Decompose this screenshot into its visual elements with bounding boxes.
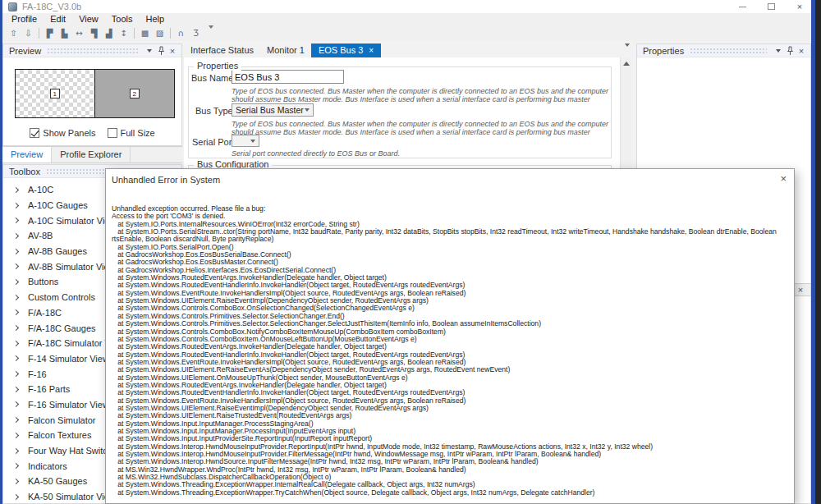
serial-port-dropdown[interactable] (232, 135, 259, 147)
close-icon: × (799, 46, 804, 56)
preview-options: Show Panels Full Size (3, 128, 181, 138)
panel-menu-button[interactable] (144, 45, 155, 56)
tab-list-icon[interactable] (624, 47, 630, 57)
title-bar: FA-18C_V3.0b (2, 0, 811, 13)
preview-panel: Preview × 1 2 Show Panels Full Size (2, 44, 182, 146)
menu-tools[interactable]: Tools (105, 13, 140, 25)
toolbox-item-label: F/A-18C (28, 308, 62, 318)
chevron-down-icon (305, 108, 310, 114)
expander-chevron-icon (13, 341, 19, 346)
send-to-back-icon[interactable]: ▩ (138, 27, 152, 40)
bring-to-front-icon[interactable]: ▨ (153, 27, 167, 40)
bus-type-description: Type of EOS bus connected. Bus Master wh… (232, 120, 611, 144)
preview-panel-header: Preview × (3, 44, 181, 57)
minimize-icon (739, 7, 746, 7)
full-size-checkbox[interactable]: Full Size (108, 128, 155, 138)
expander-chevron-icon (13, 233, 19, 239)
bus-type-dropdown[interactable]: Serial Bus Master (232, 103, 314, 117)
close-window-button[interactable]: × (792, 1, 807, 12)
toolbox-item-label: Buttons (28, 277, 58, 286)
properties-panel-header: Properties × (637, 44, 810, 57)
menu-bar: ProfileEditViewToolsHelp (2, 13, 811, 25)
menu-help[interactable]: Help (140, 13, 172, 25)
toolbox-item-label: F/A-18C Gauges (28, 323, 96, 333)
expander-chevron-icon (13, 263, 19, 269)
toolbar-separator (170, 28, 171, 39)
panel-close-button[interactable]: × (795, 285, 806, 296)
show-panels-checkbox[interactable]: Show Panels (30, 128, 95, 138)
align-top-icon[interactable]: ▜ (87, 27, 101, 40)
menu-view[interactable]: View (72, 13, 105, 25)
align-left-icon[interactable]: ▛ (43, 27, 57, 40)
minimize-button[interactable] (735, 1, 750, 12)
left-tab-strip: Preview Profile Explorer (2, 146, 182, 163)
panel-close-button[interactable]: × (796, 45, 807, 56)
serial-port-description: Serial port connected directly to EOS Bu… (232, 149, 611, 158)
app-icon (8, 2, 17, 11)
toolbox-item-label: Indicators (28, 461, 67, 471)
error-dialog: Unhandled Error in System × Unhandled ex… (105, 168, 795, 504)
toolbox-item-label: F-16 (28, 369, 47, 379)
expander-chevron-icon (13, 279, 19, 285)
menu-edit[interactable]: Edit (44, 13, 72, 25)
properties-group-label: Properties (194, 61, 241, 71)
toolbar-overflow-icon[interactable] (209, 29, 215, 39)
close-icon: × (797, 2, 802, 11)
expander-chevron-icon (13, 355, 19, 361)
toolbox-item-label: F-16 Parts (28, 384, 70, 394)
bus-type-value: Serial Bus Master (236, 105, 304, 115)
toolbox-item-label: Custom Controls (28, 292, 95, 302)
tab-close-icon[interactable]: × (369, 44, 374, 57)
close-icon: × (170, 46, 175, 56)
toolbox-item-label: Falcon Simulator (28, 415, 96, 425)
panel-close-button[interactable]: × (167, 45, 178, 56)
expander-chevron-icon (13, 325, 19, 331)
expander-chevron-icon (13, 371, 19, 377)
toolbar-separator (134, 28, 135, 39)
chevron-down-icon (776, 49, 781, 55)
monitor-2-badge: 2 (130, 89, 140, 99)
checkbox-unchecked-icon (108, 128, 117, 138)
monitor-preview[interactable]: 1 2 (15, 69, 175, 118)
move-backward-icon[interactable]: ⇩ (21, 27, 35, 40)
align-right-icon[interactable]: ▟ (102, 27, 116, 40)
tab-interface-status[interactable]: Interface Status (184, 44, 260, 57)
distribute-vertical-icon[interactable]: ↕ (117, 27, 131, 40)
chevron-down-icon (250, 140, 255, 145)
monitor-1-badge: 1 (50, 89, 60, 99)
tab-profile-explorer[interactable]: Profile Explorer (52, 147, 131, 163)
toolbox-item-label: AV-8B (28, 231, 53, 241)
expander-chevron-icon (13, 387, 19, 392)
align-bottom-icon[interactable]: ▙ (57, 27, 71, 40)
toolbar-separator (39, 28, 39, 39)
move-forward-icon[interactable]: ⇧ (7, 27, 21, 40)
panel-pin-button[interactable] (784, 45, 796, 56)
panel-grip-texture (690, 48, 767, 53)
properties-panel-title: Properties (643, 46, 684, 56)
show-panels-label: Show Panels (43, 128, 95, 138)
maximize-icon (768, 3, 775, 10)
monitor-1-preview[interactable]: 1 (16, 70, 95, 117)
error-dialog-close-button[interactable]: × (780, 172, 787, 185)
tab-eos-bus-3[interactable]: EOS Bus 3 × (311, 44, 381, 57)
panel-pin-button[interactable] (155, 45, 167, 56)
expander-chevron-icon (13, 433, 19, 438)
scroll-up-button[interactable] (621, 57, 632, 69)
expander-chevron-icon (13, 218, 19, 223)
expander-chevron-icon (13, 309, 19, 315)
checkbox-checked-icon (30, 128, 39, 138)
monitor-2-preview[interactable]: 2 (95, 70, 175, 117)
reset-monitors-icon[interactable]: Ʒ (189, 27, 203, 40)
tab-monitor-1[interactable]: Monitor 1 (260, 44, 311, 57)
tab-preview[interactable]: Preview (2, 147, 52, 163)
menu-profile[interactable]: Profile (5, 13, 44, 25)
panel-menu-button[interactable] (773, 45, 784, 56)
distribute-horizontal-icon[interactable]: ↔ (72, 27, 86, 40)
toolbar: ⇧⇩ ▛▙↔▜▟↕ ▩▨ ∩Ʒ (2, 25, 811, 41)
maximize-button[interactable] (764, 1, 778, 12)
bus-name-input[interactable] (232, 70, 344, 84)
split-monitors-icon[interactable]: ∩ (174, 27, 188, 40)
pin-icon (787, 46, 794, 56)
error-dialog-title: Unhandled Error in System (112, 175, 220, 185)
expander-chevron-icon (13, 401, 19, 407)
